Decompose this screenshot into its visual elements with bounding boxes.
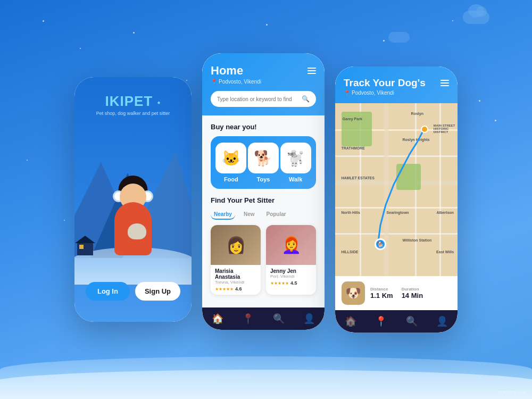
buy-near-section-title: Buy near you! [211,123,316,131]
walk-icon: 🐩 [286,149,305,167]
track-bottom-nav: 🏠 📍 🔍 👤 [335,310,458,332]
home-bottom-nav: 🏠 📍 🔍 👤 [202,307,325,330]
map-grid: Garey Park Roslyn MAIN STREETHISTORICDIS… [335,103,458,276]
signup-button[interactable]: Sign Up [135,282,180,301]
home-content: Buy near you! 🐱 Food 🐕 Toys [202,115,325,307]
category-walk[interactable]: 🐩 Walk [280,143,311,182]
location-pin-icon: 📍 [211,79,217,85]
menu-button[interactable] [307,68,316,74]
sitter-image-2: 👩‍🦰 [266,225,316,265]
food-icon-box: 🐱 [215,143,246,173]
food-icon: 🐱 [222,149,240,167]
track-menu-button[interactable] [440,80,449,86]
track-info-bar: 🐶 Distance 1.1 Km Duration 14 Min [335,276,458,310]
nav-profile-icon[interactable]: 👤 [303,313,315,325]
logo-pet: PET [124,93,153,109]
login-screen: IKIPET ● Pet shop, dog walker and pet si… [74,77,192,322]
track-pin-icon: 📍 [344,90,350,96]
house-window [79,245,84,249]
home-location: 📍 Podvosto, Vikendi [211,79,316,85]
sitter-card-1[interactable]: 👩 Marisia Anastasia Trevna, Vikendi ★★★★… [211,225,261,295]
dog-marker: 🐕 [375,238,386,250]
stars-icon-2: ★★★★★ [270,281,289,286]
phone-track: Track Your Dog's 📍 Podvosto, Vikendi [335,66,458,332]
house-roof [75,236,95,243]
categories-container: 🐱 Food 🐕 Toys 🐩 Walk [211,136,316,189]
nav-home-icon[interactable]: 🏠 [212,313,223,325]
sitter-name-1: Marisia Anastasia [215,268,256,280]
duration-value: 14 Min [402,292,423,300]
sitter-name-2: Jenny Jen [270,268,312,274]
bottom-wave-2 [0,370,532,399]
char-cat [128,223,146,239]
distance-stat: Distance 1.1 Km [370,287,393,300]
track-screen: Track Your Dog's 📍 Podvosto, Vikendi [335,66,458,332]
sitter-info-2: Jenny Jen Port. Vikendi ★★★★★ 4.5 [266,265,316,289]
toys-icon-box: 🐕 [248,143,279,173]
cloud-decoration [463,11,489,24]
search-icon: 🔍 [302,95,310,103]
tab-popular[interactable]: Popular [263,210,289,220]
login-button[interactable]: Log In [86,282,130,301]
sitter-card-2[interactable]: 👩‍🦰 Jenny Jen Port. Vikendi ★★★★★ 4.5 [266,225,316,295]
home-title: Home [211,64,243,78]
find-sitter-section: Find Your Pet Sitter Nearby New Popular … [211,196,316,295]
toys-icon: 🐕 [254,149,272,167]
home-header-top: Home [211,64,316,78]
food-label: Food [224,176,238,182]
home-header: Home 📍 Podvosto, Vikendi 🔍 [202,53,325,115]
track-nav-profile-icon[interactable]: 👤 [436,315,448,327]
character-illustration [106,176,160,255]
app-logo: IKIPET ● [74,93,192,110]
map-area[interactable]: Garey Park Roslyn MAIN STREETHISTORICDIS… [335,103,458,276]
sitter-tabs: Nearby New Popular [211,210,316,220]
watermark: TOOPEN.com [498,390,526,395]
login-illustration [74,120,192,285]
app-tagline: Pet shop, dog walker and pet sitter [74,111,192,116]
sitter-info-1: Marisia Anastasia Trevna, Vikendi ★★★★★ … [211,265,261,295]
route-svg [335,103,458,276]
track-nav-search-icon[interactable]: 🔍 [406,315,418,327]
tab-new[interactable]: New [240,210,258,220]
sitter-rating-2: ★★★★★ 4.5 [270,280,312,286]
track-header-top: Track Your Dog's [344,77,449,89]
sitter-cards: 👩 Marisia Anastasia Trevna, Vikendi ★★★★… [211,225,316,295]
distance-value: 1.1 Km [370,292,393,300]
track-location: 📍 Podvosto, Vikendi [344,90,449,96]
category-food[interactable]: 🐱 Food [215,143,246,182]
duration-label: Duration [402,287,423,292]
search-input[interactable] [217,96,297,102]
track-header: Track Your Dog's 📍 Podvosto, Vikendi [335,66,458,103]
track-location-text: Podvosto, Vikendi [352,90,394,96]
house [77,242,93,255]
track-nav-location-icon[interactable]: 📍 [375,315,387,327]
category-toys[interactable]: 🐕 Toys [248,143,279,182]
sitter-location-2: Port. Vikendi [270,274,312,279]
track-nav-home-icon[interactable]: 🏠 [345,315,356,327]
track-stats: Distance 1.1 Km Duration 14 Min [370,287,451,300]
home-location-text: Podvosto, Vikendi [219,79,261,85]
logo-iki: IKI [105,93,124,109]
rating-value-1: 4.6 [235,286,242,292]
duration-stat: Duration 14 Min [402,287,423,300]
search-bar[interactable]: 🔍 [211,91,316,107]
distance-label: Distance [370,287,393,292]
login-header: IKIPET ● Pet shop, dog walker and pet si… [74,93,192,116]
dog-avatar: 🐶 [342,281,365,305]
phone-login: IKIPET ● Pet shop, dog walker and pet si… [74,77,192,322]
cloud-decoration-2 [388,32,410,43]
nav-location-icon[interactable]: 📍 [242,313,254,325]
stars-icon-1: ★★★★★ [215,287,234,292]
sitter-location-1: Trevna, Vikendi [215,280,256,285]
sitter-rating-1: ★★★★★ 4.6 [215,286,256,292]
track-title: Track Your Dog's [344,77,426,89]
sitter-image-1: 👩 [211,225,261,265]
rating-value-2: 4.5 [290,280,297,286]
nav-search-icon[interactable]: 🔍 [273,313,285,325]
phones-container: IKIPET ● Pet shop, dog walker and pet si… [74,66,458,332]
phone-home: Home 📍 Podvosto, Vikendi 🔍 Buy near you! [202,53,325,330]
tab-nearby[interactable]: Nearby [211,210,235,220]
sitter-section-title: Find Your Pet Sitter [211,196,316,204]
walk-icon-box: 🐩 [280,143,311,173]
walk-label: Walk [289,176,302,182]
